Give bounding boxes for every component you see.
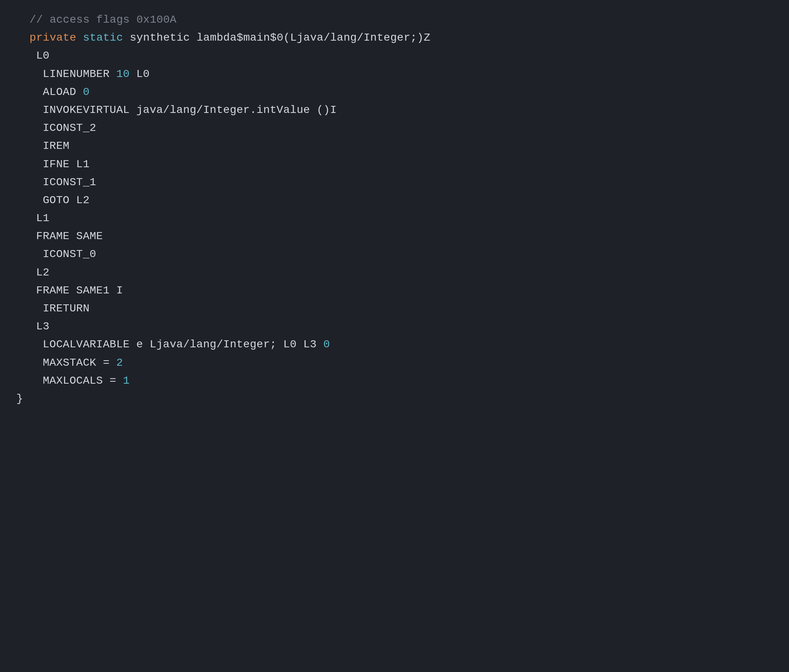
code-line: ICONST_2 <box>16 119 773 137</box>
code-token: ICONST_1 <box>36 176 96 188</box>
code-line: FRAME SAME <box>16 227 773 245</box>
code-token: FRAME SAME1 I <box>36 284 123 297</box>
code-line: L1 <box>16 209 773 227</box>
code-line: MAXLOCALS = 1 <box>16 372 773 390</box>
code-token: INVOKEVIRTUAL java/lang/Integer.intValue… <box>36 104 337 116</box>
code-token: L0 <box>36 50 49 62</box>
code-line: LOCALVARIABLE e Ljava/lang/Integer; L0 L… <box>16 336 773 354</box>
code-line: IFNE L1 <box>16 155 773 173</box>
code-token: MAXSTACK = <box>36 357 116 369</box>
code-line: L3 <box>16 318 773 336</box>
code-token: synthetic lambda$main$0(Ljava/lang/Integ… <box>123 32 430 44</box>
code-line: } <box>16 390 773 408</box>
code-line: L2 <box>16 264 773 282</box>
code-token: L0 <box>130 68 150 80</box>
bytecode-block: // access flags 0x100Aprivate static syn… <box>16 11 773 408</box>
code-token: IFNE L1 <box>36 158 89 170</box>
code-token: GOTO L2 <box>36 194 89 206</box>
code-line: LINENUMBER 10 L0 <box>16 65 773 83</box>
code-token: 0 <box>83 86 89 98</box>
code-token: LOCALVARIABLE e Ljava/lang/Integer; L0 L… <box>36 338 323 350</box>
code-token: 10 <box>116 68 130 80</box>
code-token: IRETURN <box>36 302 89 315</box>
code-token: 2 <box>116 357 123 369</box>
code-token: L3 <box>36 320 49 332</box>
code-line: // access flags 0x100A <box>16 11 773 29</box>
code-line: L0 <box>16 47 773 65</box>
code-line: FRAME SAME1 I <box>16 282 773 300</box>
code-token: 0 <box>323 338 330 350</box>
code-line: ICONST_1 <box>16 173 773 191</box>
code-token: ICONST_0 <box>36 248 96 260</box>
code-token: MAXLOCALS = <box>36 375 123 387</box>
code-token: } <box>16 393 23 405</box>
code-line: private static synthetic lambda$main$0(L… <box>16 29 773 47</box>
code-token: FRAME SAME <box>36 230 103 242</box>
code-token: ICONST_2 <box>36 122 96 134</box>
code-line: INVOKEVIRTUAL java/lang/Integer.intValue… <box>16 101 773 119</box>
code-token: 1 <box>123 375 130 387</box>
code-line: ALOAD 0 <box>16 83 773 101</box>
code-token: L1 <box>36 212 49 224</box>
code-token: L2 <box>36 266 49 279</box>
code-token: IREM <box>36 140 70 152</box>
code-token: // access flags 0x100A <box>30 14 177 26</box>
code-token: ALOAD <box>36 86 83 98</box>
code-token: static <box>83 32 123 44</box>
code-token: private <box>30 32 77 44</box>
code-token <box>76 32 83 44</box>
code-line: MAXSTACK = 2 <box>16 354 773 372</box>
code-token: LINENUMBER <box>36 68 116 80</box>
code-line: ICONST_0 <box>16 245 773 263</box>
code-line: IRETURN <box>16 300 773 318</box>
code-line: IREM <box>16 137 773 155</box>
code-line: GOTO L2 <box>16 191 773 209</box>
